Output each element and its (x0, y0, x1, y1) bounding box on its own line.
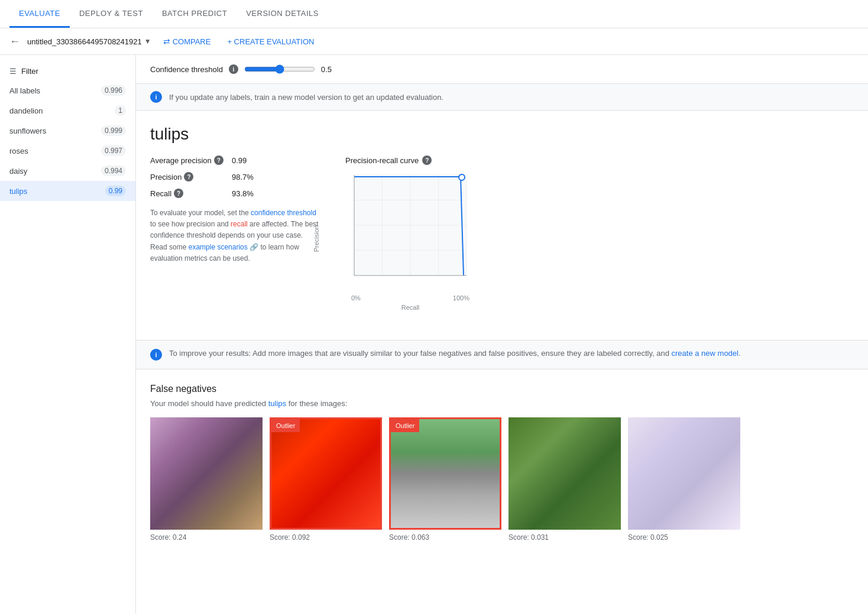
image-1 (150, 417, 263, 530)
compare-button[interactable]: ⇄ COMPARE (158, 33, 216, 50)
image-wrapper-1[interactable] (150, 417, 263, 530)
info-icon: i (150, 91, 162, 103)
confidence-help-icon[interactable]: i (229, 64, 238, 74)
y-axis-label: Precision (313, 225, 320, 252)
main-layout: ☰ Filter All labels 0.996 dandelion 1 su… (0, 55, 868, 614)
x-axis-labels: 0% 100% (345, 294, 475, 301)
metric-precision: Precision ? 98.7% (150, 172, 322, 181)
improve-info-icon: i (150, 349, 162, 361)
image-score-4: Score: 0.031 (509, 533, 621, 542)
image-score-1: Score: 0.24 (150, 533, 263, 542)
filter-header[interactable]: ☰ Filter (0, 62, 135, 80)
image-5 (628, 417, 740, 530)
sidebar-item-tulips[interactable]: tulips 0.99 (0, 181, 135, 201)
svg-point-7 (459, 174, 465, 180)
sidebar-item-label: tulips (9, 187, 27, 196)
tab-version-details[interactable]: VERSION DETAILS (237, 1, 328, 28)
image-score-5: Score: 0.025 (628, 533, 740, 542)
image-card-3: Outlier Score: 0.063 (389, 417, 501, 542)
content-inner: tulips Average precision ? 0.99 Precisio… (136, 111, 868, 340)
sidebar-item-label: sunflowers (9, 127, 46, 135)
metric-name-precision: Precision ? (150, 172, 227, 181)
confidence-slider[interactable] (244, 64, 315, 74)
create-eval-label: + CREATE EVALUATION (227, 37, 314, 46)
sidebar-item-label: dandelion (9, 106, 43, 115)
metrics-chart-row: Average precision ? 0.99 Precision ? 98.… (150, 155, 854, 312)
metric-value-avg-precision: 0.99 (232, 156, 247, 165)
image-card-1: Score: 0.24 (150, 417, 263, 542)
sidebar-item-sunflowers[interactable]: sunflowers 0.999 (0, 121, 135, 141)
image-wrapper-2[interactable]: Outlier (270, 417, 382, 530)
improve-banner-text: To improve your results: Add more images… (169, 349, 741, 358)
tab-deploy-test[interactable]: DEPLOY & TEST (70, 1, 153, 28)
tab-batch-predict[interactable]: BATCH PREDICT (153, 1, 237, 28)
filter-icon: ☰ (9, 67, 17, 76)
confidence-label: Confidence threshold (150, 65, 223, 74)
chart-title: Precision-recall curve ? (345, 155, 854, 165)
create-new-model-link[interactable]: create a new model (672, 349, 739, 358)
metric-name-avg-precision: Average precision ? (150, 155, 227, 165)
info-banner-text: If you update any labels, train a new mo… (169, 93, 443, 102)
metric-avg-precision: Average precision ? 0.99 (150, 155, 322, 165)
sidebar-item-label: roses (9, 147, 28, 155)
pr-chart (345, 172, 475, 290)
model-name: untitled_33038664495708241921 (27, 37, 142, 46)
false-negatives-subtitle: Your model should have predicted tulips … (150, 399, 854, 408)
sidebar-item-score: 1 (115, 105, 126, 116)
sidebar-item-label: daisy (9, 167, 27, 176)
sidebar-item-score: 0.99 (105, 186, 126, 196)
sidebar-item-score: 0.999 (101, 125, 126, 136)
false-negatives-section: False negatives Your model should have p… (136, 384, 868, 556)
image-4 (509, 417, 621, 530)
sidebar-item-all-labels[interactable]: All labels 0.996 (0, 80, 135, 100)
content-area: Confidence threshold i 0.5 i If you upda… (136, 55, 868, 614)
images-grid: Score: 0.24 Outlier Score: 0.092 Outlier (150, 417, 854, 542)
sidebar-item-score: 0.994 (101, 166, 126, 176)
image-card-5: Score: 0.025 (628, 417, 740, 542)
image-2 (271, 419, 380, 528)
image-score-3: Score: 0.063 (389, 533, 501, 542)
image-wrapper-3[interactable]: Outlier (389, 417, 501, 530)
confidence-value: 0.5 (321, 65, 335, 74)
create-eval-button[interactable]: + CREATE EVALUATION (222, 34, 319, 50)
precision-help-icon[interactable]: ? (184, 172, 193, 181)
back-arrow-icon[interactable]: ← (9, 35, 20, 48)
chevron-down-icon: ▼ (144, 37, 151, 46)
image-wrapper-4[interactable] (509, 417, 621, 530)
avg-precision-help-icon[interactable]: ? (214, 155, 224, 165)
image-score-2: Score: 0.092 (270, 533, 382, 542)
slider-container: 0.5 (244, 64, 335, 74)
image-card-2: Outlier Score: 0.092 (270, 417, 382, 542)
info-banner: i If you update any labels, train a new … (136, 84, 868, 111)
filter-label: Filter (21, 67, 38, 76)
x-axis-recall-label: Recall (345, 304, 475, 311)
tab-evaluate[interactable]: EVALUATE (9, 1, 70, 28)
image-3 (391, 419, 500, 528)
tulips-link[interactable]: tulips (268, 399, 286, 408)
sidebar-item-label: All labels (9, 86, 40, 95)
sidebar-item-score: 0.996 (101, 85, 126, 96)
metrics-section: Average precision ? 0.99 Precision ? 98.… (150, 155, 322, 312)
image-wrapper-5[interactable] (628, 417, 740, 530)
compare-icon: ⇄ (163, 37, 170, 46)
top-tabs: EVALUATE DEPLOY & TEST BATCH PREDICT VER… (0, 0, 868, 28)
sidebar-item-roses[interactable]: roses 0.997 (0, 141, 135, 161)
compare-label: COMPARE (173, 37, 211, 46)
description-text: To evaluate your model, set the confiden… (150, 208, 322, 264)
sidebar-item-dandelion[interactable]: dandelion 1 (0, 100, 135, 121)
chart-wrapper: Precision (345, 172, 475, 311)
metric-recall: Recall ? 93.8% (150, 189, 322, 198)
chart-help-icon[interactable]: ? (422, 155, 432, 165)
outlier-badge-2: Outlier (271, 419, 300, 432)
chart-section: Precision-recall curve ? Precision (345, 155, 854, 312)
recall-help-icon[interactable]: ? (174, 189, 183, 198)
outlier-badge-3: Outlier (391, 419, 419, 432)
improve-banner: i To improve your results: Add more imag… (136, 340, 868, 369)
sidebar-item-daisy[interactable]: daisy 0.994 (0, 161, 135, 181)
metric-value-recall: 93.8% (232, 189, 254, 198)
metric-name-recall: Recall ? (150, 189, 227, 198)
page-title: tulips (150, 125, 854, 144)
breadcrumb-bar: ← untitled_33038664495708241921 ▼ ⇄ COMP… (0, 28, 868, 55)
image-card-4: Score: 0.031 (509, 417, 621, 542)
model-selector[interactable]: untitled_33038664495708241921 ▼ (27, 37, 151, 46)
